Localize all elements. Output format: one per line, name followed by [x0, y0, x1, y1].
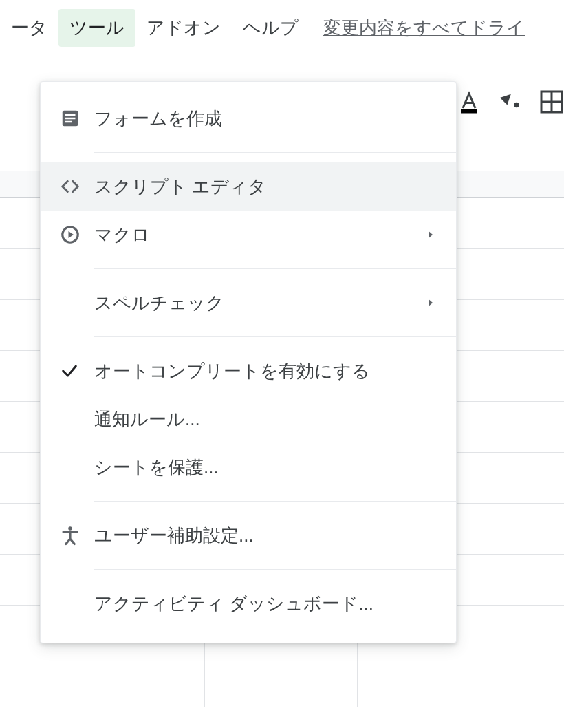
- menu-separator: [94, 336, 456, 337]
- text-color-icon[interactable]: [457, 89, 481, 114]
- menu-separator: [94, 569, 456, 570]
- submenu-arrow-icon: [424, 228, 437, 241]
- svg-point-1: [514, 103, 519, 108]
- menu-item-script-editor[interactable]: スクリプト エディタ: [41, 162, 456, 211]
- check-icon: [60, 361, 94, 381]
- menu-item-label: シートを保護...: [94, 456, 437, 480]
- menu-item-label: 通知ルール...: [94, 407, 437, 431]
- menu-item-label: アクティビティ ダッシュボード...: [94, 592, 437, 616]
- svg-rect-8: [65, 121, 72, 123]
- menu-separator: [94, 268, 456, 269]
- menu-item-label: マクロ: [94, 223, 424, 247]
- menu-help[interactable]: ヘルプ: [232, 9, 310, 47]
- menu-addons[interactable]: アドオン: [135, 9, 232, 47]
- menu-item-label: オートコンプリートを有効にする: [94, 359, 437, 383]
- menu-item-autocomplete[interactable]: オートコンプリートを有効にする: [41, 347, 456, 395]
- menu-item-label: スペルチェック: [94, 291, 424, 315]
- menu-item-label: フォームを作成: [94, 107, 437, 131]
- code-icon: [60, 176, 94, 197]
- submenu-arrow-icon: [424, 297, 437, 309]
- svg-rect-7: [65, 118, 76, 120]
- menu-item-spellcheck[interactable]: スペルチェック: [41, 279, 456, 327]
- menu-item-protect-sheet[interactable]: シートを保護...: [41, 443, 456, 491]
- borders-icon[interactable]: [539, 89, 564, 114]
- menu-data[interactable]: ータ: [0, 9, 58, 47]
- menu-item-label: ユーザー補助設定...: [94, 524, 437, 548]
- play-circle-icon: [60, 224, 94, 245]
- form-icon: [60, 108, 94, 129]
- menu-item-accessibility[interactable]: ユーザー補助設定...: [41, 511, 456, 559]
- svg-rect-6: [65, 114, 76, 116]
- menu-item-create-form[interactable]: フォームを作成: [41, 94, 456, 142]
- accessibility-icon: [60, 525, 94, 546]
- menu-item-label: スクリプト エディタ: [94, 175, 437, 199]
- svg-rect-0: [461, 109, 477, 114]
- menu-item-notification-rules[interactable]: 通知ルール...: [41, 395, 456, 443]
- menu-item-activity-dashboard[interactable]: アクティビティ ダッシュボード...: [41, 579, 456, 628]
- svg-point-10: [68, 526, 72, 531]
- fill-color-icon[interactable]: [498, 89, 523, 114]
- menu-item-macros[interactable]: マクロ: [41, 211, 456, 259]
- menu-separator: [94, 501, 456, 502]
- menu-tools[interactable]: ツール: [58, 9, 135, 47]
- menubar: ータ ツール アドオン ヘルプ 変更内容をすべてドライ: [0, 0, 564, 39]
- save-status-link[interactable]: 変更内容をすべてドライ: [323, 16, 525, 40]
- menu-separator: [94, 152, 456, 153]
- toolbar-partial: [457, 89, 564, 114]
- tools-dropdown: フォームを作成 スクリプト エディタ マクロ スペルチェック: [40, 81, 457, 643]
